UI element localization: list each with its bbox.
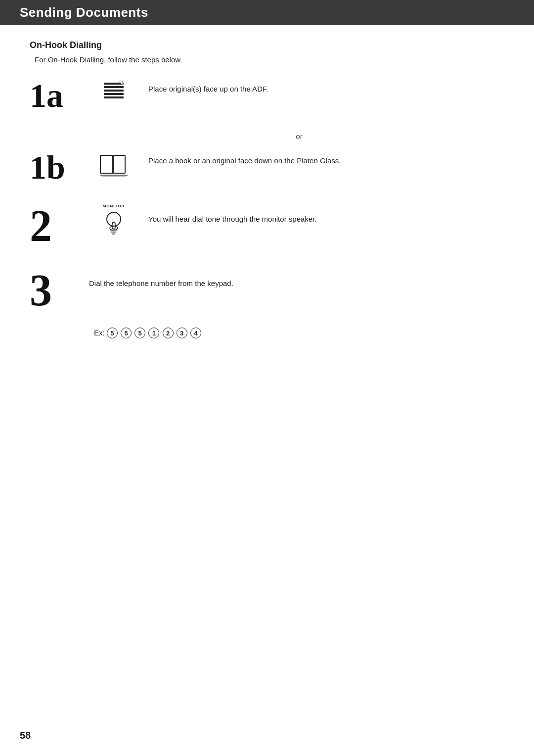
- step-1a-desc: Place original(s) face up on the ADF.: [148, 79, 504, 95]
- svg-rect-3: [104, 93, 124, 95]
- step-1a-row: 1a Place original(s) face up on the ADF.: [30, 79, 504, 112]
- step-3-row: 3 Dial the telephone number from the key…: [30, 268, 504, 313]
- svg-rect-1: [104, 86, 124, 88]
- example-line: Ex: 5 5 5 1 2 3 4: [94, 328, 504, 338]
- adf-pages-icon: [99, 79, 129, 108]
- monitor-button-icon: [100, 209, 128, 239]
- example-digit-4: 1: [148, 328, 159, 338]
- monitor-label: MONITOR: [103, 204, 125, 208]
- platen-book-icon: [98, 150, 130, 183]
- example-digit-3: 5: [134, 328, 145, 338]
- svg-rect-6: [100, 155, 112, 173]
- svg-point-12: [107, 212, 121, 226]
- step-1a-number: 1a: [30, 79, 89, 112]
- example-digit-5: 2: [163, 328, 174, 338]
- page-title: Sending Documents: [20, 5, 514, 20]
- step-2-row: 2 MONITOR You will hear di: [30, 204, 504, 248]
- svg-rect-2: [104, 90, 124, 92]
- header-bar: Sending Documents: [0, 0, 534, 25]
- svg-point-13: [110, 226, 118, 230]
- step-2-desc: You will hear dial tone through the moni…: [148, 204, 504, 225]
- or-divider: or: [94, 132, 504, 141]
- step-1b-desc: Place a book or an original face down on…: [148, 150, 504, 167]
- example-digit-7: 4: [190, 328, 201, 338]
- step-3-desc: Dial the telephone number from the keypa…: [89, 268, 504, 289]
- svg-rect-7: [113, 155, 125, 173]
- step-1b-icon-area: [89, 150, 138, 183]
- step-2-icon-area: MONITOR: [89, 204, 138, 239]
- example-digit-2: 5: [121, 328, 132, 338]
- example-label: Ex:: [94, 329, 105, 337]
- intro-text: For On-Hook Dialling, follow the steps b…: [35, 55, 504, 64]
- step-2-number: 2: [30, 204, 89, 248]
- page-number: 58: [20, 730, 31, 741]
- example-digit-6: 3: [177, 328, 187, 338]
- step-1a-icon-area: [89, 79, 138, 108]
- example-digit-1: 5: [107, 328, 118, 338]
- step-1b-row: 1b Place a book or an original fac: [30, 150, 504, 184]
- page-wrapper: Sending Documents On-Hook Dialling For O…: [0, 0, 534, 756]
- step-1b-number: 1b: [30, 150, 89, 184]
- step-3-number: 3: [30, 268, 89, 313]
- content-area: On-Hook Dialling For On-Hook Dialling, f…: [0, 40, 534, 338]
- section-subtitle: On-Hook Dialling: [30, 40, 504, 50]
- svg-rect-4: [104, 96, 124, 98]
